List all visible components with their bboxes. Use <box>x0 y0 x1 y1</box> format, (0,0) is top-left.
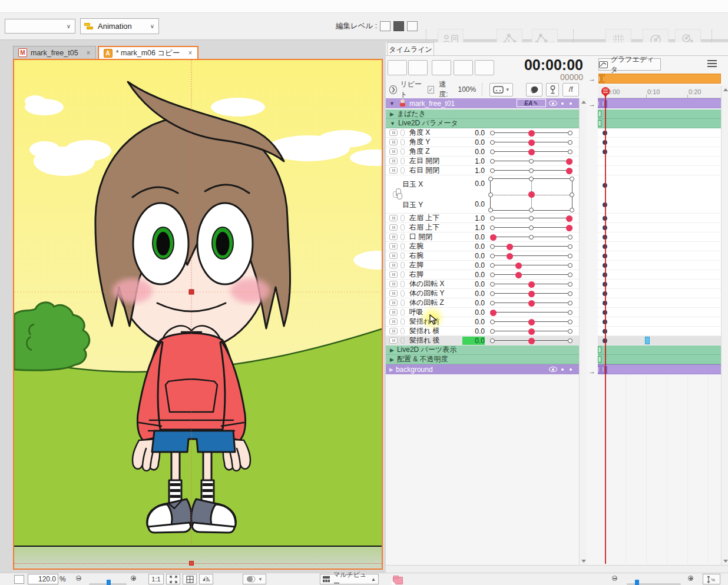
bar-start-handle[interactable]: ❘❘ <box>598 99 604 108</box>
keyframe-row[interactable] <box>598 157 721 166</box>
keyframe-toggle-icon[interactable] <box>389 243 398 250</box>
parameter-value[interactable]: 0.0 <box>462 148 485 156</box>
scene-duration-bar[interactable]: ❘❘ <box>598 74 721 84</box>
keyframe-row[interactable] <box>598 308 721 317</box>
slider-dot[interactable] <box>528 281 535 288</box>
zoom-slider[interactable] <box>89 579 127 585</box>
parameter-row[interactable]: 体の回転 X 0.0 <box>386 280 579 289</box>
link-icon[interactable] <box>401 271 405 278</box>
parameter-slider[interactable] <box>490 223 573 232</box>
parameter-row[interactable]: 左脚 0.0 <box>386 261 579 270</box>
keyframe-row[interactable] <box>598 280 721 289</box>
edit-animation-badge[interactable]: EA✎ <box>517 99 546 107</box>
solo-dot-icon[interactable] <box>570 368 572 371</box>
chain-link-icon[interactable] <box>396 188 402 200</box>
transport-button[interactable] <box>475 60 494 75</box>
parameter-row[interactable]: 角度 Z 0.0 <box>386 147 579 157</box>
parameter-slider[interactable] <box>490 157 573 166</box>
keyframe-row[interactable] <box>598 214 721 223</box>
keyframe-toggle-icon[interactable] <box>389 224 398 231</box>
keyframe-pin-button[interactable] <box>546 83 559 97</box>
slider-dot[interactable] <box>566 225 573 231</box>
parameter-slider[interactable] <box>490 280 573 289</box>
guide-handle[interactable] <box>189 561 194 566</box>
keyframe-row[interactable] <box>598 138 721 147</box>
keyframe-row[interactable] <box>598 270 721 280</box>
slider-dot[interactable] <box>490 310 497 316</box>
parameter-slider[interactable] <box>490 308 573 317</box>
transport-button[interactable] <box>454 60 473 75</box>
link-icon[interactable] <box>401 300 405 306</box>
transport-button[interactable] <box>432 60 451 75</box>
parameter-row[interactable]: 左眉 上下 1.0 <box>386 214 579 223</box>
playhead-pin[interactable] <box>601 87 610 95</box>
parameter-slider[interactable] <box>490 251 573 261</box>
close-icon[interactable]: × <box>188 49 193 57</box>
parameter-scrollbar[interactable] <box>579 98 587 565</box>
group-row-layout[interactable]: ▶配置 & 不透明度 <box>386 355 579 364</box>
slider-dot[interactable] <box>528 149 535 155</box>
model-selector-dropdown[interactable]: ∨ <box>5 19 75 34</box>
link-icon[interactable] <box>401 337 405 344</box>
visibility-eye-icon[interactable] <box>549 367 557 372</box>
link-icon[interactable] <box>401 215 405 221</box>
document-tab[interactable]: A * mark_m06 コピー × <box>98 46 198 59</box>
close-icon[interactable]: × <box>87 49 91 57</box>
parameter-row[interactable]: 体の回転 Y 0.0 <box>386 289 579 298</box>
slider-dot[interactable] <box>515 272 522 278</box>
selected-keyframe-marker[interactable] <box>645 337 650 344</box>
workspace-dropdown[interactable]: Animation ∨ <box>80 18 159 34</box>
edit-level-button[interactable] <box>393 21 404 31</box>
keyframe-row[interactable] <box>598 289 721 298</box>
keyframe-row[interactable] <box>598 317 721 327</box>
slider-dot[interactable] <box>566 168 573 174</box>
keyframe-toggle-icon[interactable] <box>389 139 398 145</box>
keyframe-toggle-icon[interactable] <box>389 234 398 240</box>
slider-dot[interactable] <box>528 139 535 146</box>
parameter-row[interactable]: 右眉 上下 1.0 <box>386 223 579 232</box>
keyframe-toggle-icon[interactable] <box>389 300 398 306</box>
link-icon[interactable] <box>401 328 405 334</box>
link-icon[interactable] <box>401 158 405 164</box>
parameter-value[interactable]: 0.0 <box>462 337 485 345</box>
parameter-row[interactable]: 左腕 0.0 <box>386 242 579 251</box>
visibility-eye-icon[interactable] <box>549 101 557 106</box>
parameter-value[interactable]: 0.0 <box>462 233 485 241</box>
slider-dot[interactable] <box>528 130 535 137</box>
parameter-row[interactable]: 左目 開閉 1.0 <box>386 157 579 166</box>
parameter-row[interactable]: 呼吸 0.0 <box>386 308 579 317</box>
panel-menu-icon[interactable] <box>707 60 717 67</box>
parameter-slider[interactable] <box>490 147 573 157</box>
parameter-value[interactable]: 0.0 <box>462 318 485 326</box>
parameter-value[interactable]: 1.0 <box>462 157 485 165</box>
link-icon[interactable] <box>401 252 405 259</box>
keyframe-toggle-icon[interactable] <box>389 337 398 344</box>
link-icon[interactable] <box>401 148 405 155</box>
timeline-tracks[interactable]: ❘❘ <box>598 98 721 374</box>
parameter-value[interactable]: 0.0 <box>462 252 485 260</box>
eyeball-xy-row[interactable]: 目玉 X 0.0 目玉 Y 0.0 <box>386 175 579 214</box>
keyframe-toggle-icon[interactable] <box>389 318 398 325</box>
link-icon[interactable] <box>401 290 405 297</box>
background-track-header[interactable]: ▶ background <box>386 364 579 374</box>
link-icon[interactable] <box>401 318 405 325</box>
fit-view-button[interactable] <box>166 574 180 584</box>
zoom-input[interactable]: 120.0 <box>28 574 58 584</box>
fps-button[interactable]: /f <box>562 83 579 97</box>
parameter-value[interactable]: 0.0 <box>462 261 485 270</box>
link-icon[interactable] <box>401 262 405 268</box>
keyframe-row[interactable] <box>598 223 721 232</box>
track-bar-background[interactable]: ❘❘ <box>598 364 721 374</box>
collapse-triangle-icon[interactable]: ▼ <box>389 101 395 107</box>
keyframe-row[interactable] <box>598 261 721 270</box>
speed-value[interactable]: 100% <box>458 85 476 94</box>
parameter-row[interactable]: 体の回転 Z 0.0 <box>386 298 579 308</box>
transport-button[interactable] <box>388 60 407 75</box>
track-bar-model[interactable]: ❘❘ <box>598 98 721 108</box>
slider-dot[interactable] <box>490 234 497 241</box>
parameter-slider[interactable] <box>490 298 573 308</box>
parameter-value[interactable]: 0.0 <box>462 327 485 335</box>
parameter-slider[interactable] <box>490 242 573 251</box>
parameter-slider[interactable] <box>490 138 573 147</box>
repeat-checkbox[interactable]: ✓ <box>428 86 435 94</box>
